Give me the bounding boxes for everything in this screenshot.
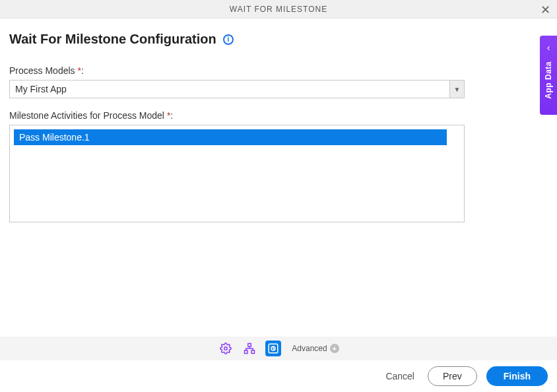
hierarchy-icon[interactable] (242, 341, 257, 356)
info-icon[interactable]: i (223, 34, 234, 45)
app-data-label: App Data (544, 61, 553, 99)
milestone-activities-label: Milestone Activities for Process Model *… (9, 110, 548, 121)
plus-icon: + (330, 344, 339, 353)
gear-icon[interactable] (218, 341, 234, 356)
bottom-toolbar: Advanced + (0, 337, 557, 360)
svg-point-0 (224, 347, 228, 350)
process-models-value: My First App (10, 81, 449, 98)
advanced-label-text: Advanced (292, 344, 327, 353)
page-title-row: Wait For Milestone Configuration i (9, 32, 234, 47)
svg-rect-2 (245, 350, 248, 354)
list-item[interactable]: Pass Milestone.1 (14, 129, 447, 145)
milestone-activities-label-text: Milestone Activities for Process Model (9, 110, 164, 121)
advanced-button[interactable]: Advanced + (292, 344, 339, 353)
svg-rect-3 (251, 350, 255, 354)
milestone-icon[interactable] (265, 341, 281, 356)
chevron-left-icon: ‹ (547, 42, 550, 53)
svg-rect-1 (248, 344, 251, 347)
process-models-dropdown[interactable]: My First App ▼ (9, 80, 465, 98)
close-icon[interactable]: ✕ (541, 3, 550, 17)
content-area: Wait For Milestone Configuration i Proce… (0, 18, 557, 222)
colon: : (81, 65, 84, 76)
prev-button[interactable]: Prev (428, 366, 477, 386)
header-bar: WAIT FOR MILESTONE ✕ (0, 0, 557, 18)
finish-button[interactable]: Finish (486, 366, 548, 386)
colon: : (170, 110, 173, 121)
header-title: WAIT FOR MILESTONE (230, 5, 327, 14)
footer: Cancel Prev Finish (0, 360, 557, 392)
milestone-activities-listbox[interactable]: Pass Milestone.1 (9, 125, 465, 222)
process-models-label: Process Models *: (9, 65, 548, 76)
page-title: Wait For Milestone Configuration (9, 32, 216, 47)
process-models-label-text: Process Models (9, 65, 75, 76)
chevron-down-icon[interactable]: ▼ (449, 81, 464, 98)
app-data-tab[interactable]: ‹ App Data (540, 36, 557, 115)
cancel-button[interactable]: Cancel (381, 367, 418, 385)
